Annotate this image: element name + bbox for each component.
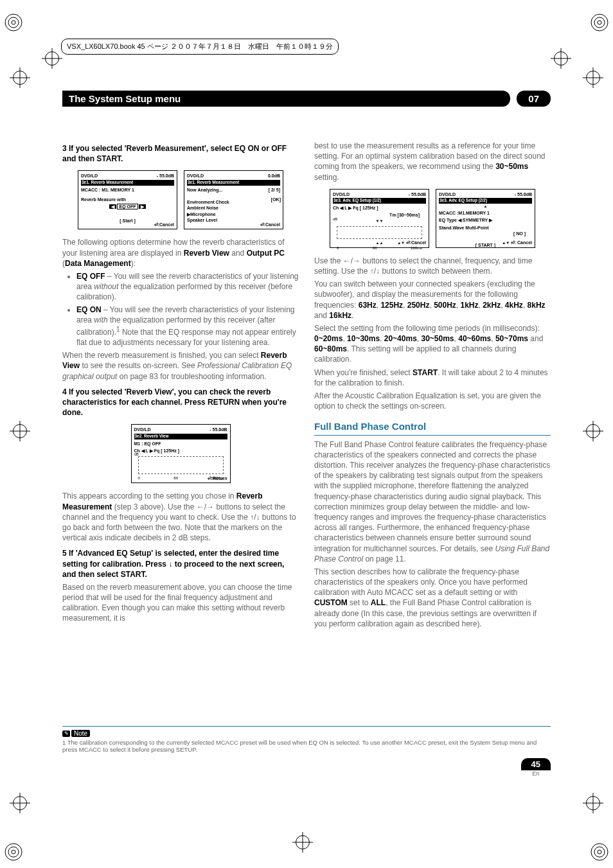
page-number-value: 45 — [521, 758, 551, 770]
osd-screenshot: DVD/LD- 55.0dB 3e3. Adv. EQ Setup (1/2) … — [330, 189, 429, 248]
body-text: When the reverb measurement is finished,… — [62, 350, 299, 382]
osd-bar: 3e1. Reverb Measurement — [81, 180, 174, 186]
svg-point-11 — [598, 850, 601, 854]
crop-mark-icon — [586, 424, 600, 438]
osd-label: Ambient Noise — [187, 205, 280, 211]
svg-point-5 — [598, 21, 601, 24]
crop-mark-icon — [586, 71, 600, 85]
osd-label: Ch ◀ L ▶ Fq [ 125Hz ] — [333, 205, 426, 211]
osd-label: ▶Microphone — [187, 211, 280, 217]
osd-label: [ 2/ 5] — [269, 187, 280, 193]
page-lang: En — [521, 770, 551, 777]
page-title: The System Setup menu — [62, 91, 510, 107]
osd-label: DVD/LD — [333, 191, 350, 197]
body-text: The Full Band Phase Control feature cali… — [314, 439, 551, 564]
osd-label: - 55.0dB — [209, 427, 227, 432]
osd-label: DVD/LD — [81, 173, 98, 179]
osd-screenshot: DVD/LD- 55.0dB 3e3. Adv. EQ Setup (2/2) … — [436, 189, 535, 248]
body-text: best to use the measurement results as a… — [314, 141, 551, 182]
svg-point-4 — [594, 17, 605, 28]
osd-label: 80 — [373, 245, 377, 251]
svg-point-3 — [591, 14, 608, 31]
osd-label: [ NO ] — [439, 231, 526, 236]
osd-label: :Cancel — [264, 222, 280, 227]
svg-point-8 — [12, 850, 15, 854]
osd-label: Stand.Wave Multi-Point — [439, 225, 532, 231]
osd-label: :Cancel — [410, 240, 426, 245]
step-heading: 4 If you selected 'Reverb View', you can… — [62, 387, 299, 418]
svg-point-10 — [594, 847, 605, 857]
body-content: 3 If you selected 'Reverb Measurement', … — [62, 138, 551, 791]
osd-screenshot: DVD/LD0.0dB 3e1. Reverb Measurement Now … — [184, 170, 283, 229]
osd-label: MCACC : M1. MEMORY 1 — [81, 187, 174, 193]
page-number: 45 En — [521, 758, 551, 777]
body-text: This appears according to the setting yo… — [62, 491, 299, 543]
osd-label: 0.0dB — [268, 173, 280, 179]
osd-graph — [337, 226, 422, 239]
list-item: EQ ON – You will see the reverb characte… — [76, 305, 299, 348]
register-mark-icon — [590, 13, 609, 32]
note-icon: ✎ — [62, 731, 70, 737]
chapter-number: 07 — [517, 91, 551, 107]
footnote-text: 1 The calibration corresponding to the c… — [62, 739, 551, 753]
osd-label: 160ms — [411, 245, 422, 251]
osd-label: - 55.0dB — [409, 191, 426, 197]
body-text: This section describes how to calibrate … — [314, 567, 551, 629]
register-mark-icon — [4, 842, 23, 862]
osd-label: :Cancel — [158, 222, 174, 227]
body-text: You can switch between your connected sp… — [314, 279, 551, 321]
osd-label: MCACC :M1.MEMORY 1 — [439, 210, 532, 216]
osd-label: DVD/LD — [187, 173, 204, 179]
osd-label: Tm [30~50ms] — [333, 212, 420, 218]
list-item: EQ OFF – You will see the reverb charact… — [76, 271, 299, 303]
osd-bar: 3e2. Reverb View — [134, 434, 227, 439]
osd-label: :Return — [211, 476, 227, 481]
osd-label: 0 — [337, 245, 339, 251]
osd-label: Now Analyzing... — [187, 187, 222, 193]
svg-point-2 — [12, 21, 15, 24]
note-label: Note — [71, 730, 90, 737]
crop-mark-icon — [296, 835, 310, 849]
book-header: VSX_LX60LX70.book 45 ページ ２００７年７月１８日 水曜日 … — [61, 39, 339, 55]
osd-bar: 3e3. Adv. EQ Setup (2/2) — [439, 198, 532, 204]
osd-label: M1 : EQ OFF — [134, 441, 227, 447]
register-mark-icon — [4, 13, 23, 32]
crop-mark-icon — [554, 51, 568, 66]
crop-mark-icon — [45, 51, 59, 66]
osd-label: 0 — [138, 475, 140, 481]
osd-label: 80 — [173, 475, 178, 481]
body-text: Select the setting from the following ti… — [314, 323, 551, 365]
body-text: When you're finished, select START. It w… — [314, 368, 551, 388]
osd-graph — [138, 456, 224, 474]
footnote: ✎Note 1 The calibration corresponding to… — [62, 726, 551, 753]
crop-mark-icon — [13, 424, 27, 438]
osd-label: [OK] — [271, 197, 281, 202]
step-heading: 5 If 'Advanced EQ Setup' is selected, en… — [62, 548, 299, 580]
osd-screenshot: DVD/LD- 55.0dB 3e2. Reverb View M1 : EQ … — [131, 424, 231, 483]
svg-point-9 — [591, 844, 608, 860]
osd-label: Ch ◀ L ▶ Fq [ 125Hz ] — [134, 448, 227, 454]
osd-label: DVD/LD — [134, 427, 151, 432]
svg-point-1 — [8, 17, 19, 28]
osd-label: Reverb Measure with — [81, 197, 174, 202]
body-text: Based on the reverb measurement above, y… — [62, 582, 299, 624]
osd-label: ▼▼ — [333, 218, 426, 224]
osd-label: Environment Check — [187, 199, 280, 205]
osd-label: : Cancel — [515, 240, 532, 245]
crop-mark-icon — [586, 796, 600, 810]
body-text: After the Acoustic Calibration Equalizat… — [314, 391, 551, 411]
svg-point-6 — [5, 844, 22, 860]
crop-mark-icon — [13, 796, 27, 810]
crop-mark-icon — [13, 71, 27, 85]
svg-point-7 — [8, 847, 19, 857]
osd-label: EQ Type ◀ SYMMETRY ▶ — [439, 217, 532, 223]
register-mark-icon — [590, 842, 609, 862]
body-text: The following options determine how the … — [62, 237, 299, 269]
osd-bar: 3e3. Adv. EQ Setup (1/2) — [333, 198, 426, 204]
section-heading: Full Band Phase Control — [314, 420, 551, 435]
osd-label: - 55.0dB — [157, 173, 174, 179]
svg-point-0 — [5, 14, 22, 31]
osd-label: DVD/LD — [439, 191, 456, 197]
step-heading: 3 If you selected 'Reverb Measurement', … — [62, 143, 299, 164]
osd-screenshot: DVD/LD- 55.0dB 3e1. Reverb Measurement M… — [78, 170, 177, 229]
